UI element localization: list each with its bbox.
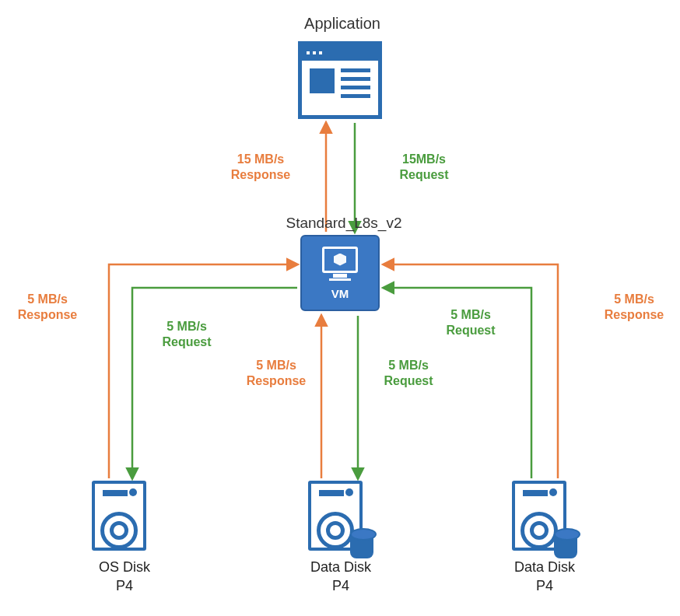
data1-request-label: 5 MB/s Request [366, 358, 451, 389]
monitor-icon [322, 247, 358, 273]
data-disk-1-icon [308, 481, 369, 555]
vm-icon: VM [300, 235, 380, 311]
os-response-label: 5 MB/s Response [5, 292, 90, 323]
data2-response-label: 5 MB/s Response [591, 292, 677, 323]
data-disk-2-tier: P4 [498, 577, 591, 595]
data-disk-2-icon [512, 481, 573, 555]
database-icon [350, 532, 373, 558]
os-disk-name: OS Disk [78, 558, 171, 576]
os-request-label: 5 MB/s Request [144, 319, 230, 350]
data1-response-label: 5 MB/s Response [233, 358, 319, 389]
app-response-label: 15 MB/s Response [218, 152, 303, 183]
data-disk-2-name: Data Disk [498, 558, 591, 576]
data-disk-1-name: Data Disk [294, 558, 387, 576]
application-title: Application [280, 14, 405, 33]
database-icon [554, 532, 577, 558]
data-disk-1-tier: P4 [294, 577, 387, 595]
application-icon [298, 41, 382, 119]
vm-sku-label: Standard_L8s_v2 [274, 214, 414, 233]
app-request-label: 15MB/s Request [381, 152, 467, 183]
os-disk-icon [92, 481, 152, 555]
cube-icon [334, 254, 346, 266]
data2-request-label: 5 MB/s Request [428, 307, 514, 338]
vm-label: VM [331, 287, 349, 300]
os-disk-tier: P4 [78, 577, 171, 595]
